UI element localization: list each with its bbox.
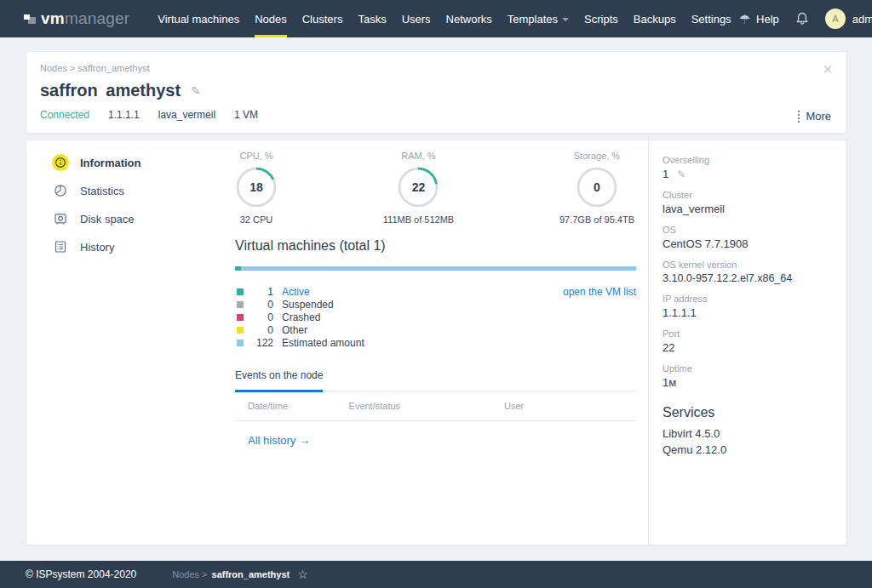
service-qemu: Qemu 2.12.0 xyxy=(663,443,831,456)
legend-row-crashed: 0 Crashed xyxy=(235,311,636,323)
storage-gauge: Storage, % 0 97.7GB of 95.4TB xyxy=(559,151,634,225)
main-menu: Virtual machines Nodes Clusters Tasks Us… xyxy=(150,0,738,37)
sidebar-item-information[interactable]: Information xyxy=(52,154,235,171)
active-label-link[interactable]: Active xyxy=(282,286,310,298)
vm-bar-active xyxy=(235,266,241,271)
node-vm-count: 1 VM xyxy=(234,109,258,121)
kernel-label: OS kernel version xyxy=(663,260,831,270)
edit-overselling-pencil-icon[interactable]: ✎ xyxy=(677,168,686,180)
ip-value: 1.1.1.1 xyxy=(663,306,831,319)
sidebar-item-label: History xyxy=(80,241,114,254)
bell-icon xyxy=(795,11,810,26)
tab-events-on-node[interactable]: Events on the node xyxy=(235,369,323,391)
copyright: © ISPsystem 2004-2020 xyxy=(26,568,136,580)
resource-gauges: CPU, % 18 32 CPU RAM, % xyxy=(235,151,636,225)
sidebar-item-label: Statistics xyxy=(80,185,124,197)
events-table-header: Date/time Event/status User xyxy=(235,391,636,421)
detail-os: OS CentOS 7.7.1908 xyxy=(663,225,831,250)
legend-row-estimated: 122 Estimated amount xyxy=(235,336,636,349)
nav-item-clusters[interactable]: Clusters xyxy=(295,0,351,37)
port-label: Port xyxy=(663,328,831,339)
cluster-value: lava_vermeil xyxy=(663,203,831,215)
sidebar-item-statistics[interactable]: Statistics xyxy=(52,182,235,199)
storage-gauge-value: 0 xyxy=(576,166,618,208)
footer-crumb-current[interactable]: saffron_amethyst xyxy=(212,569,290,579)
nav-item-settings[interactable]: Settings xyxy=(684,0,739,37)
footer-breadcrumb: Nodes > saffron_amethyst ☆ xyxy=(172,568,308,581)
kernel-value: 3.10.0-957.12.2.el7.x86_64 xyxy=(663,272,831,284)
sidebar-item-label: Disk space xyxy=(80,213,135,225)
sidebar-item-disk-space[interactable]: Disk space xyxy=(52,210,235,227)
node-details-panel: Overselling 1✎ Cluster lava_vermeil OS C… xyxy=(648,140,846,545)
port-value: 22 xyxy=(663,341,831,354)
umbrella-help-icon: ☂ xyxy=(739,13,750,26)
nav-item-virtual-machines[interactable]: Virtual machines xyxy=(150,0,247,37)
crashed-swatch xyxy=(237,314,244,321)
nav-item-backups[interactable]: Backups xyxy=(626,0,684,37)
favorite-star-icon[interactable]: ☆ xyxy=(297,568,308,581)
nav-item-tasks[interactable]: Tasks xyxy=(350,0,393,37)
ram-gauge-sub: 111MB of 512MB xyxy=(383,214,454,225)
all-history-link[interactable]: All history → xyxy=(248,434,310,447)
user-menu[interactable]: A admin@exa... xyxy=(825,9,872,29)
detail-ip: IP address 1.1.1.1 xyxy=(663,294,831,319)
active-swatch xyxy=(237,288,244,295)
cpu-gauge-sub: 32 CPU xyxy=(240,214,273,225)
page-title: saffron amethyst xyxy=(40,81,181,100)
events-tabs: Events on the node xyxy=(235,367,636,391)
nav-item-templates-label: Templates xyxy=(508,13,558,26)
detail-cluster: Cluster lava_vermeil xyxy=(663,190,831,215)
column-event-status: Event/status xyxy=(349,401,504,411)
node-detail-card: Information Statistics Disk space Histor… xyxy=(26,140,847,545)
estimated-label: Estimated amount xyxy=(282,337,364,349)
other-label: Other xyxy=(282,324,307,336)
close-icon[interactable]: × xyxy=(823,60,833,77)
overselling-label: Overselling xyxy=(663,155,831,165)
nav-item-networks[interactable]: Networks xyxy=(439,0,500,37)
crashed-count: 0 xyxy=(248,311,273,323)
suspended-label: Suspended xyxy=(282,299,334,311)
os-value: CentOS 7.7.1908 xyxy=(663,237,831,250)
user-email: admin@exa... xyxy=(852,13,872,26)
section-sidebar: Information Statistics Disk space Histor… xyxy=(26,140,235,545)
information-icon xyxy=(52,154,69,171)
history-list-icon xyxy=(52,238,69,255)
nav-item-nodes[interactable]: Nodes xyxy=(247,0,295,37)
nav-item-scripts[interactable]: Scripts xyxy=(577,0,626,37)
avatar: A xyxy=(825,9,846,29)
status-badge: Connected xyxy=(40,109,89,121)
logo-text-light: manager xyxy=(65,9,129,28)
node-cluster: lava_vermeil xyxy=(158,109,215,121)
storage-gauge-sub: 97.7GB of 95.4TB xyxy=(559,214,634,225)
legend-row-other: 0 Other xyxy=(235,323,636,336)
uptime-label: Uptime xyxy=(663,363,831,374)
column-user: User xyxy=(504,401,636,411)
edit-title-pencil-icon[interactable]: ✎ xyxy=(191,84,201,98)
detail-overselling: Overselling 1✎ xyxy=(663,155,831,180)
help-button[interactable]: ☂ Help xyxy=(739,13,779,26)
vertical-dots-icon xyxy=(798,111,800,123)
other-count: 0 xyxy=(248,324,273,336)
detail-uptime: Uptime 1м xyxy=(663,363,831,389)
statistics-icon xyxy=(52,182,69,199)
suspended-swatch xyxy=(237,301,244,308)
nav-item-templates[interactable]: Templates xyxy=(500,0,577,37)
open-vm-list-link[interactable]: open the VM list xyxy=(563,286,636,298)
more-button[interactable]: More xyxy=(798,110,831,123)
crashed-label: Crashed xyxy=(282,311,320,323)
breadcrumb: Nodes > saffron_amethyst xyxy=(40,63,829,73)
sidebar-item-history[interactable]: History xyxy=(52,238,235,255)
ip-label: IP address xyxy=(663,294,831,304)
node-ip: 1.1.1.1 xyxy=(108,109,140,121)
footer-crumb-prefix: Nodes > xyxy=(172,569,207,579)
notifications-bell-button[interactable] xyxy=(795,11,810,26)
storage-gauge-label: Storage, % xyxy=(574,151,620,161)
column-date-time: Date/time xyxy=(248,401,349,411)
vmmanager-logo-icon xyxy=(24,14,36,24)
suspended-count: 0 xyxy=(248,299,273,311)
detail-kernel: OS kernel version 3.10.0-957.12.2.el7.x8… xyxy=(663,260,831,284)
nav-item-users[interactable]: Users xyxy=(394,0,439,37)
os-label: OS xyxy=(663,225,831,235)
vmmanager-logo[interactable]: vmmanager xyxy=(24,9,129,28)
page-content: Nodes > saffron_amethyst saffron amethys… xyxy=(0,37,872,545)
